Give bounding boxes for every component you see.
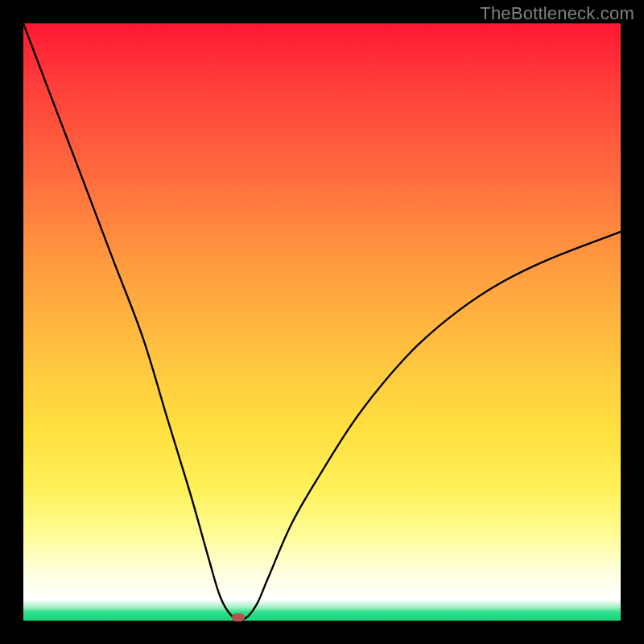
outer-frame: TheBottleneck.com xyxy=(0,0,644,644)
optimal-point-marker xyxy=(232,613,245,621)
chart-plot-area xyxy=(23,23,621,621)
curve-svg xyxy=(23,23,621,621)
bottleneck-curve xyxy=(23,23,621,620)
watermark-text: TheBottleneck.com xyxy=(480,3,634,24)
